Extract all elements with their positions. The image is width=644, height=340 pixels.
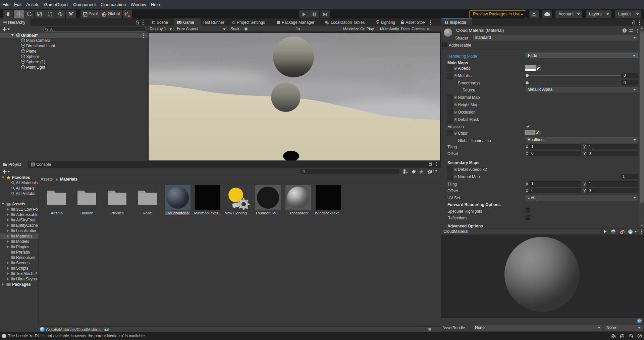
svg-text:?: ?: [624, 28, 626, 32]
